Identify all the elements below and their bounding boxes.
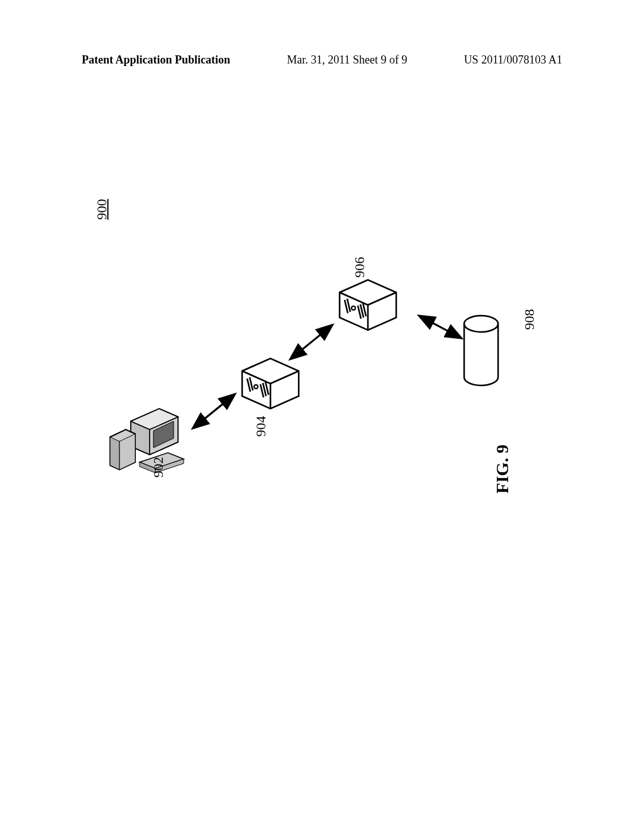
figure-caption: FIG. 9 <box>492 445 513 494</box>
connection-arrow-1 <box>189 390 239 435</box>
svg-point-8 <box>352 306 355 310</box>
server-icon-2 <box>336 274 402 339</box>
svg-line-21 <box>420 316 460 338</box>
page-header: Patent Application Publication Mar. 31, … <box>0 53 644 67</box>
figure-overall-number: 900 <box>94 199 110 220</box>
database-cylinder-icon <box>462 314 500 389</box>
connection-arrow-3 <box>415 311 465 345</box>
svg-line-18 <box>291 326 331 358</box>
reference-label-904: 904 <box>253 416 269 437</box>
header-date-sheet: Mar. 31, 2011 Sheet 9 of 9 <box>287 53 407 67</box>
header-publication-type: Patent Application Publication <box>82 53 230 67</box>
svg-point-2 <box>254 385 258 389</box>
header-publication-number: US 2011/0078103 A1 <box>464 53 562 67</box>
connection-arrow-2 <box>286 321 336 366</box>
reference-label-902: 902 <box>150 457 167 478</box>
svg-line-15 <box>194 395 234 428</box>
client-computer-icon <box>107 406 189 480</box>
svg-point-12 <box>464 316 498 332</box>
reference-label-906: 906 <box>352 257 368 278</box>
reference-label-908: 908 <box>521 309 538 330</box>
figure-diagram: 900 <box>107 201 560 578</box>
